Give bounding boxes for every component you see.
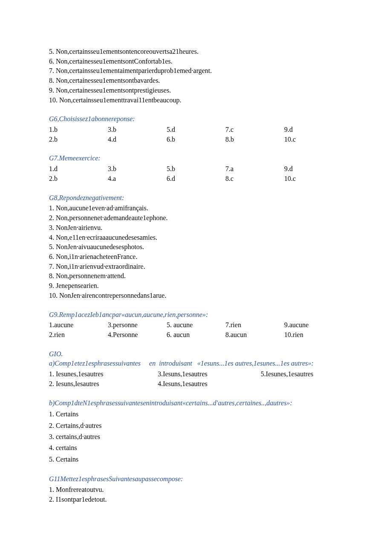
answer-cell: 10.c — [284, 135, 343, 145]
list-item: 2. Non,personnenet·ademandeaute1ephone. — [49, 213, 343, 223]
answer-cell: 2.b — [49, 135, 108, 145]
g9-heading: G9.Remp1acezIeb1ancpar«aucun,aucune,rien… — [49, 310, 343, 320]
answer-cell: 3.b — [108, 125, 167, 135]
list-item: 5. Non,certainsseu1ementsontencoreouvert… — [49, 47, 343, 57]
answer-cell: 6. aucun — [167, 330, 225, 340]
g11-heading: G11Mettez1esphrasesSuivantesaupassecompo… — [49, 474, 343, 484]
list-item: 9. Jenepensearien. — [49, 281, 343, 291]
g7-heading: G7.Memeexercice: — [49, 154, 343, 163]
answer-cell: 3.b — [108, 164, 167, 174]
g10a-grid: 1. Iesunes,1esautres 3.Iesuns,1esautres … — [49, 369, 343, 389]
answer-cell: 4.Iesuns,1esautres — [158, 379, 261, 389]
answer-cell: 5.Iesunes,1esautres — [261, 369, 343, 379]
answer-cell: 6.b — [167, 135, 225, 145]
answer-cell: 7.a — [225, 164, 284, 174]
answer-cell — [261, 379, 343, 389]
answer-cell: 5.b — [167, 164, 225, 174]
answer-cell: 2. Iesuns,Iesautres — [49, 379, 158, 389]
answer-cell: 8.b — [225, 135, 284, 145]
answer-cell: 8.aucun — [225, 330, 284, 340]
list-item: 4. Non,e11en·ecriraaaucunedesesamies. — [49, 233, 343, 243]
list-item: 7. Non,certainsseu1ementaimentparierdupr… — [49, 66, 343, 76]
g7-grid: 1.d 3.b 5.b 7.a 9.d 2.b 4.a 6.d 8.c 10.c — [49, 164, 343, 183]
answer-cell: 2.b — [49, 174, 108, 184]
answer-cell: 9.d — [284, 125, 343, 135]
list-item: 2. Certains,d·autres — [49, 420, 343, 431]
g10b-list: 1. Certains 2. Certains,d·autres 3. cert… — [49, 409, 343, 465]
list-item: 1. Monfrereatoutvu. — [49, 485, 343, 495]
answer-cell: 1.aucune — [49, 320, 108, 330]
g10b-heading: b)Comp1dteN1esphrasessuivantesenintrodui… — [49, 398, 343, 408]
answer-cell: 1. Iesunes,1esautres — [49, 369, 158, 379]
answer-cell: 8.c — [225, 174, 284, 184]
answer-cell: 3.personne — [108, 320, 167, 330]
answer-cell: 5.d — [167, 125, 225, 135]
answer-cell: 4.d — [108, 135, 167, 145]
list-item: 6. Non,certainesseu1ementsontConfortab1e… — [49, 57, 343, 67]
g10-heading: GIO. — [49, 349, 343, 359]
g8-list: 1. Non,aucune1even·ad·amifrançais. 2. No… — [49, 203, 343, 300]
top-answer-list: 5. Non,certainsseu1ementsontencoreouvert… — [49, 47, 343, 105]
list-item: 6. Non,i1n·arienacheteenFrance. — [49, 252, 343, 262]
answer-cell: 2.rien — [49, 330, 108, 340]
answer-cell: 1.d — [49, 164, 108, 174]
list-item: 2. I1sontpar1edetout. — [49, 495, 343, 505]
list-item: 10. NonJen·airencontrepersonnedans1arue. — [49, 291, 343, 301]
list-item: 8. Non,personnenem·attend. — [49, 271, 343, 281]
answer-cell: 10.rien — [284, 330, 343, 340]
g10a-heading: a)Comp1etez1esphrasessuivantes en introd… — [49, 359, 343, 369]
list-item: 3. certains,d·autres — [49, 431, 343, 442]
list-item: 8. Non,certainesseu1ementsontbavardes. — [49, 76, 343, 86]
answer-cell: 9.aucune — [284, 320, 343, 330]
list-item: 7. Non,i1n·arienvud·extraordinaire. — [49, 262, 343, 272]
answer-cell: 9.d — [284, 164, 343, 174]
answer-cell: 7.c — [225, 125, 284, 135]
g11-list: 1. Monfrereatoutvu. 2. I1sontpar1edetout… — [49, 485, 343, 504]
list-item: 9. Non,certainesseu1ementsontprestigieus… — [49, 86, 343, 96]
g9-grid: 1.aucune 3.personne 5. aucune 7.rien 9.a… — [49, 320, 343, 340]
answer-cell: 3.Iesuns,1esautres — [158, 369, 261, 379]
g6-grid: 1.b 3.b 5.d 7.c 9.d 2.b 4.d 6.b 8.b 10.c — [49, 125, 343, 144]
list-item: 1. Non,aucune1even·ad·amifrançais. — [49, 203, 343, 213]
answer-cell: 7.rien — [225, 320, 284, 330]
answer-cell: 4.Personne — [108, 330, 167, 340]
list-item: 5. Certains — [49, 454, 343, 465]
list-item: 5. NonJen·aivuaucunedesesphotos. — [49, 242, 343, 252]
list-item: 1. Certains — [49, 409, 343, 420]
answer-cell: 6.d — [167, 174, 225, 184]
list-item: 10. Non,certainsseu1ementtravai11entbeau… — [49, 96, 343, 105]
list-item: 4. certains — [49, 442, 343, 453]
list-item: 3. NonJen·airienvu. — [49, 223, 343, 233]
answer-cell: 5. aucune — [167, 320, 225, 330]
g8-heading: G8,Repondeznegativement: — [49, 193, 343, 203]
answer-cell: 10.c — [284, 174, 343, 184]
g6-heading: G6,Choisissez1abonnereponse: — [49, 114, 343, 124]
answer-cell: 4.a — [108, 174, 167, 184]
answer-cell: 1.b — [49, 125, 108, 135]
